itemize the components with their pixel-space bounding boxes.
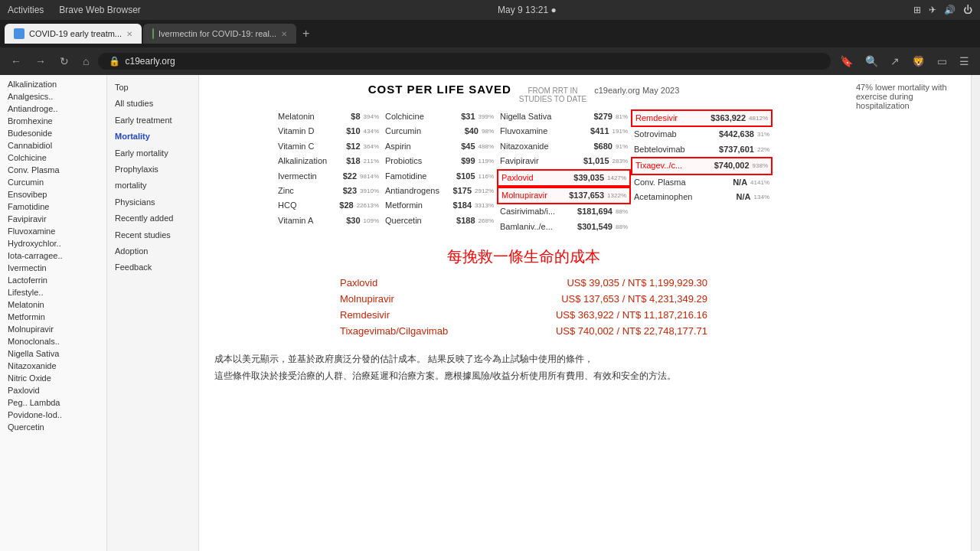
share-button[interactable]: ↗ (886, 52, 904, 70)
nav-bar: ← → ↻ ⌂ 🔒 🔖 🔍 ↗ 🦁 ▭ ☰ (0, 47, 980, 75)
sidebar-item-famotidine[interactable]: Famotidine (0, 201, 106, 213)
sidenav-top[interactable]: Top (107, 80, 198, 96)
tab-1[interactable]: COVID-19 early treatm... ✕ (5, 24, 142, 44)
new-tab-button[interactable]: + (298, 27, 314, 41)
cost-row-ivermectin: Ivermectin$229814% (275, 169, 382, 184)
cost-col-2: Colchicine$31399% Curcumin$4098% Aspirin… (382, 109, 497, 234)
search-button[interactable]: 🔍 (861, 52, 883, 70)
address-bar[interactable]: 🔒 (98, 53, 831, 70)
sidenav-adoption[interactable]: Adoption (107, 243, 198, 259)
reload-button[interactable]: ↻ (55, 52, 74, 70)
cost-table: Melatonin$8394% Vitamin D$10434% Vitamin… (207, 109, 841, 234)
sidebar-item-ensovibep[interactable]: Ensovibep (0, 188, 106, 201)
chinese-cost-remdesivir: US$ 363,922 / NT$ 11,187,216.16 (556, 309, 707, 321)
sidebar-item-quercetin[interactable]: Quercetin (0, 421, 106, 433)
chinese-note: 成本以美元顯示，並基於政府廣泛分發的估計成本。 結果反映了迄今為止試驗中使用的條… (214, 351, 833, 384)
sidebar-item-nitazoxanide[interactable]: Nitazoxanide (0, 360, 106, 372)
sidebar-item-curcumin[interactable]: Curcumin (0, 176, 106, 188)
sidebar-item-favipiravir[interactable]: Favipiravir (0, 213, 106, 225)
sidenav-recent-studies[interactable]: Recent studies (107, 227, 198, 243)
sidebar-item-iota[interactable]: Iota-carragee.. (0, 249, 106, 262)
bookmark-button[interactable]: 🔖 (835, 52, 858, 70)
chinese-note-2: 這些條件取決於接受治療的人群、治療延遲和治療方案。應根據風險/收益分析使用所有費… (214, 368, 833, 385)
sidebar-item-bromhexine[interactable]: Bromhexine (0, 115, 106, 127)
cost-subtitle: FROM RRT INSTUDIES TO DATE (519, 86, 586, 103)
chinese-cost-paxlovid: US$ 39,035 / NT$ 1,199,929.30 (567, 277, 707, 289)
info-panel: 47% lower mortality with exercise during… (848, 75, 971, 551)
sidebar-item-hydroxychlor[interactable]: Hydroxychlor.. (0, 237, 106, 249)
back-button[interactable]: ← (6, 52, 26, 70)
sidenav-mortality-2[interactable]: mortality (107, 178, 198, 194)
reading-mode-button[interactable]: ▭ (933, 52, 952, 70)
sidebar-item-antiandroge[interactable]: Antiandroge.. (0, 103, 106, 115)
address-input[interactable] (125, 56, 820, 67)
sidenav-physicians[interactable]: Physicians (107, 194, 198, 210)
tab-favicon-2 (152, 28, 154, 39)
menu-button[interactable]: ☰ (955, 52, 974, 70)
cost-row-bamlaniv: Bamlaniv../e...$301,54988% (497, 220, 631, 234)
cost-row-vitamind: Vitamin D$10434% (275, 124, 382, 139)
cost-row-aspirin: Aspirin$45488% (382, 139, 497, 154)
sidebar-item-lactoferrin[interactable]: Lactoferrin (0, 274, 106, 286)
cost-col-1: Melatonin$8394% Vitamin D$10434% Vitamin… (275, 109, 382, 234)
home-button[interactable]: ⌂ (78, 52, 93, 70)
desktop-bar: Activities Brave Web Browser May 9 13:21… (0, 0, 980, 20)
cost-table-header: COST PER LIFE SAVED FROM RRT INSTUDIES T… (207, 83, 841, 103)
sidebar-item-alkalinization[interactable]: Alkalinization (0, 78, 106, 90)
sidebar-item-peg[interactable]: Peg.. Lambda (0, 396, 106, 409)
sidebar-item-cannabidiol[interactable]: Cannabidiol (0, 139, 106, 152)
sidenav-feedback[interactable]: Feedback (107, 259, 198, 276)
sidebar-item-ivermectin[interactable]: Ivermectin (0, 262, 106, 274)
sidebar-item-melatonin[interactable]: Melatonin (0, 298, 106, 311)
tab-2-close[interactable]: ✕ (281, 30, 287, 38)
chinese-cost-tixagev: US$ 740,002 / NT$ 22,748,177.71 (556, 325, 707, 337)
sidebar-item-monoclonals[interactable]: Monoclonals.. (0, 335, 106, 347)
sidenav-early-treatment[interactable]: Early treatment (107, 112, 198, 129)
tab-2[interactable]: Ivermectin for COVID-19: real... ✕ (143, 24, 296, 44)
cost-row-vitaminc: Vitamin C$12364% (275, 139, 382, 154)
tab-1-close[interactable]: ✕ (126, 30, 132, 38)
sidebar-item-colchicine[interactable]: Colchicine (0, 152, 106, 164)
sidebar-item-lifestyle[interactable]: Lifestyle.. (0, 286, 106, 298)
sidenav-prophylaxis[interactable]: Prophylaxis (107, 161, 198, 178)
sidebar-item-paxlovid[interactable]: Paxlovid (0, 384, 106, 396)
activities-label[interactable]: Activities (8, 5, 44, 15)
sidebar-item-molnupiravir[interactable]: Molnupiravir (0, 323, 106, 335)
tab-2-label: Ivermectin for COVID-19: real... (158, 29, 276, 38)
cost-row-melatonin: Melatonin$8394% (275, 109, 382, 124)
sidebar-item-analgesics[interactable]: Analgesics.. (0, 90, 106, 103)
cost-row-acetaminophen: AcetaminophenN/A134% (631, 190, 773, 204)
system-tray: ⊞✈🔊⏻ (913, 5, 972, 15)
sidebar-item-povidone[interactable]: Povidone-Iod.. (0, 409, 106, 421)
cost-row-probiotics: Probiotics$99119% (382, 154, 497, 168)
brave-icon[interactable]: 🦁 (907, 52, 929, 70)
cost-site: c19early.org May 2023 (594, 86, 679, 95)
cost-col-4: Remdesivir$363,9224812% Sotrovimab$442,6… (631, 109, 773, 234)
forward-button[interactable]: → (31, 52, 51, 70)
sidebar-item-fluvoxamine[interactable]: Fluvoxamine (0, 225, 106, 237)
cost-row-zinc: Zinc$233910% (275, 184, 382, 198)
browser-label[interactable]: Brave Web Browser (59, 5, 140, 15)
chinese-row-molnupiravir: Molnupiravir US$ 137,653 / NT$ 4,231,349… (332, 291, 715, 307)
chinese-note-1: 成本以美元顯示，並基於政府廣泛分發的估計成本。 結果反映了迄今為止試驗中使用的條… (214, 351, 833, 368)
tab-1-label: COVID-19 early treatm... (29, 29, 122, 38)
cost-col-3: Nigella Sativa$27981% Fluvoxamine$411191… (497, 109, 631, 234)
sidebar-item-conv-plasma[interactable]: Conv. Plasma (0, 164, 106, 176)
browser-window: COVID-19 early treatm... ✕ Ivermectin fo… (0, 20, 980, 551)
tab-bar: COVID-19 early treatm... ✕ Ivermectin fo… (0, 20, 980, 47)
sidebar-item-metformin[interactable]: Metformin (0, 311, 106, 323)
drug-sidebar: Alkalinization Analgesics.. Antiandroge.… (0, 75, 107, 551)
sidenav-all-studies[interactable]: All studies (107, 96, 198, 112)
sidebar-item-budesonide[interactable]: Budesonide (0, 127, 106, 139)
scroll-track[interactable] (971, 75, 980, 551)
sidenav-recently-added[interactable]: Recently added (107, 210, 198, 227)
sidebar-item-nitric-oxide[interactable]: Nitric Oxide (0, 372, 106, 384)
cost-row-nigella: Nigella Sativa$27981% (497, 109, 631, 124)
cost-row-vitamina: Vitamin A$30109% (275, 214, 382, 228)
tab-favicon-1 (14, 28, 24, 39)
cost-title: COST PER LIFE SAVED (368, 83, 511, 96)
sidenav-mortality[interactable]: Mortality (107, 129, 198, 145)
cost-row-hcq: HCQ$2822613% (275, 198, 382, 213)
sidenav-early-mortality[interactable]: Early mortality (107, 145, 198, 161)
sidebar-item-nigella[interactable]: Nigella Sativa (0, 347, 106, 360)
